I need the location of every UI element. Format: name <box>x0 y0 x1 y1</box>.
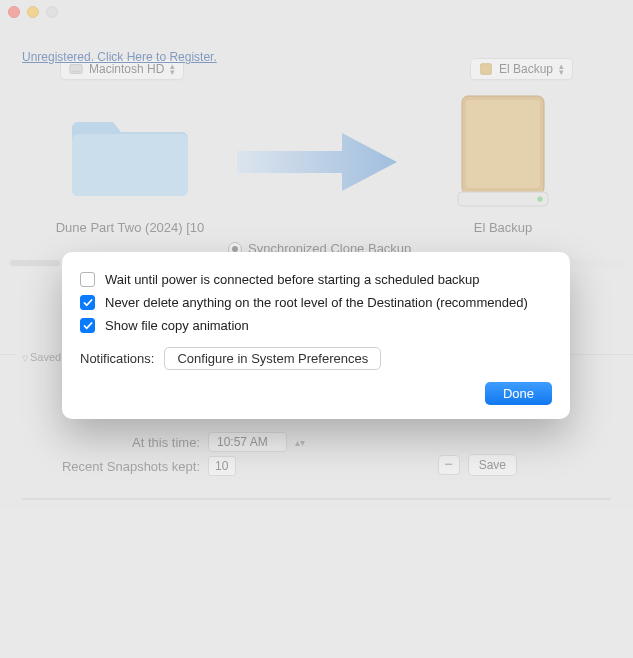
option-never-delete-row[interactable]: Never delete anything on the root level … <box>80 291 552 314</box>
option-show-animation-label: Show file copy animation <box>105 318 249 333</box>
checkbox-unchecked-icon[interactable] <box>80 272 95 287</box>
checkbox-checked-icon[interactable] <box>80 318 95 333</box>
notifications-row: Notifications: Configure in System Prefe… <box>80 347 552 370</box>
option-show-animation-row[interactable]: Show file copy animation <box>80 314 552 337</box>
checkbox-checked-icon[interactable] <box>80 295 95 310</box>
option-never-delete-label: Never delete anything on the root level … <box>105 295 528 310</box>
done-button[interactable]: Done <box>485 382 552 405</box>
notifications-label: Notifications: <box>80 351 154 366</box>
option-wait-power-row[interactable]: Wait until power is connected before sta… <box>80 268 552 291</box>
option-wait-power-label: Wait until power is connected before sta… <box>105 272 480 287</box>
configure-notifications-button[interactable]: Configure in System Preferences <box>164 347 381 370</box>
options-modal: Wait until power is connected before sta… <box>62 252 570 419</box>
